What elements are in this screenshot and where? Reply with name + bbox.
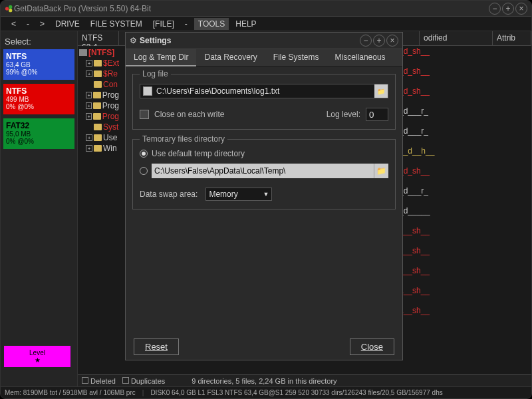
dialog-minimize-button[interactable]: − <box>360 35 372 47</box>
volume-ntfs-2[interactable]: NTFS 499 MB 0% @0% <box>3 84 74 114</box>
directory-summary: 9 directories, 5 files, 2,24 GB in this … <box>172 377 527 385</box>
volume-ntfs-1[interactable]: NTFS 63,4 GB 99% @0% <box>3 49 74 80</box>
volume-sidebar: Select: NTFS 63,4 GB 99% @0% NTFS 499 MB… <box>1 31 78 386</box>
menu-filesystem[interactable]: FILE SYSTEM <box>86 18 146 30</box>
menu-file[interactable]: [FILE] <box>149 18 178 30</box>
logfile-path-input[interactable] <box>155 86 374 96</box>
dialog-title: Settings <box>140 36 360 45</box>
svg-rect-3 <box>79 49 87 56</box>
tree-item[interactable]: +Use <box>86 132 119 143</box>
select-label: Select: <box>3 34 74 49</box>
tab-data-recovery[interactable]: Data Recovery <box>196 49 265 66</box>
logfile-fieldset: Log file 📁 Close on each write Log level… <box>132 74 396 130</box>
tree-item[interactable]: +$Ext <box>86 58 119 68</box>
dialog-tabs: Log & Temp Dir Data Recovery File System… <box>126 49 402 67</box>
tab-file-systems[interactable]: File Systems <box>265 49 327 66</box>
deleted-checkbox[interactable] <box>82 377 88 384</box>
col-name[interactable]: NTFS 63,4 <box>78 31 119 45</box>
volume-fat32[interactable]: FAT32 95,0 MB 0% @0% <box>3 118 74 149</box>
close-on-write-checkbox[interactable] <box>140 110 149 119</box>
folder-icon <box>94 145 102 152</box>
dialog-close-button[interactable]: × <box>386 35 398 47</box>
maximize-button[interactable]: + <box>502 3 514 15</box>
app-icon <box>5 4 14 13</box>
loglevel-input[interactable] <box>366 108 388 121</box>
tree-item[interactable]: +Prog <box>86 100 119 111</box>
close-button[interactable]: Close <box>350 338 394 355</box>
view-statusbar: Deleted Duplicates 9 directories, 5 file… <box>78 374 531 386</box>
close-button[interactable]: × <box>515 3 527 15</box>
folder-icon <box>94 124 102 130</box>
disk-status: DISK0 64,0 GB L1 FSL3 NTFS 63,4 GB@S1 25… <box>150 389 442 396</box>
tree-item[interactable]: +Prog <box>86 111 119 122</box>
temp-custom-radio[interactable] <box>140 167 148 175</box>
minimize-button[interactable]: − <box>489 3 501 15</box>
mem-status: Mem: 8190MB tot / 5918MB avl / 106MB prc <box>5 389 136 396</box>
tempdir-path-input[interactable] <box>152 166 374 176</box>
folder-icon <box>93 113 100 120</box>
menubar: < - > DRIVE FILE SYSTEM [FILE] - TOOLS H… <box>1 17 531 31</box>
chevron-down-icon: ▼ <box>263 191 269 198</box>
svg-point-2 <box>9 9 12 12</box>
star-icon: ★ <box>35 356 41 364</box>
logfile-enable-checkbox[interactable] <box>143 86 152 96</box>
tree-item[interactable]: +Syst <box>86 122 119 132</box>
folder-icon <box>93 92 100 98</box>
folder-icon <box>94 81 102 88</box>
menu-dash2: - <box>181 18 192 30</box>
tree-item[interactable]: +Prog <box>86 90 119 100</box>
drive-icon <box>79 49 87 57</box>
menu-drive[interactable]: DRIVE <box>51 18 84 30</box>
folder-icon <box>94 70 102 77</box>
dialog-maximize-button[interactable]: + <box>373 35 385 47</box>
browse-icon[interactable]: 📁 <box>374 164 388 178</box>
folder-icon <box>93 102 100 109</box>
svg-point-0 <box>5 7 9 10</box>
nav-fwd[interactable]: > <box>36 18 49 30</box>
folder-icon <box>94 60 102 66</box>
temp-default-radio[interactable] <box>140 150 148 158</box>
tree-item[interactable]: +Win <box>86 143 119 154</box>
browse-icon[interactable]: 📁 <box>374 84 388 98</box>
col-modified[interactable]: odified <box>420 31 493 45</box>
folder-icon <box>94 134 102 141</box>
reset-button[interactable]: Reset <box>134 338 179 355</box>
gear-icon: ⚙ <box>130 36 137 45</box>
tab-log-temp[interactable]: Log & Temp Dir <box>126 49 196 66</box>
settings-dialog: ⚙ Settings − + × Log & Temp Dir Data Rec… <box>125 32 403 360</box>
menu-tools[interactable]: TOOLS <box>194 18 229 30</box>
tab-misc[interactable]: Miscellaneous <box>327 49 394 66</box>
menu-help[interactable]: HELP <box>231 18 260 30</box>
tree-item[interactable]: +Con <box>86 79 119 90</box>
nav-back[interactable]: < <box>7 18 20 30</box>
duplicates-checkbox[interactable] <box>122 377 129 384</box>
col-attrib[interactable]: Attrib <box>493 31 531 45</box>
footer-statusbar: Mem: 8190MB tot / 5918MB avl / 106MB prc… <box>1 386 531 398</box>
nav-dash: - <box>23 18 33 30</box>
folder-tree[interactable]: [NTFS] +$Ext +$Re +Con +Prog +Prog +Prog… <box>78 46 120 374</box>
tree-item[interactable]: +$Re <box>86 68 119 79</box>
level-badge[interactable]: Level ★ <box>4 346 70 367</box>
titlebar: GetDataBack Pro (Version 5.50) 64-Bit − … <box>1 1 531 17</box>
tempdir-fieldset: Temorary files directory Use default tem… <box>132 139 396 209</box>
svg-point-1 <box>9 5 12 8</box>
window-title: GetDataBack Pro (Version 5.50) 64-Bit <box>14 4 489 13</box>
swap-area-select[interactable]: Memory ▼ <box>205 188 272 201</box>
